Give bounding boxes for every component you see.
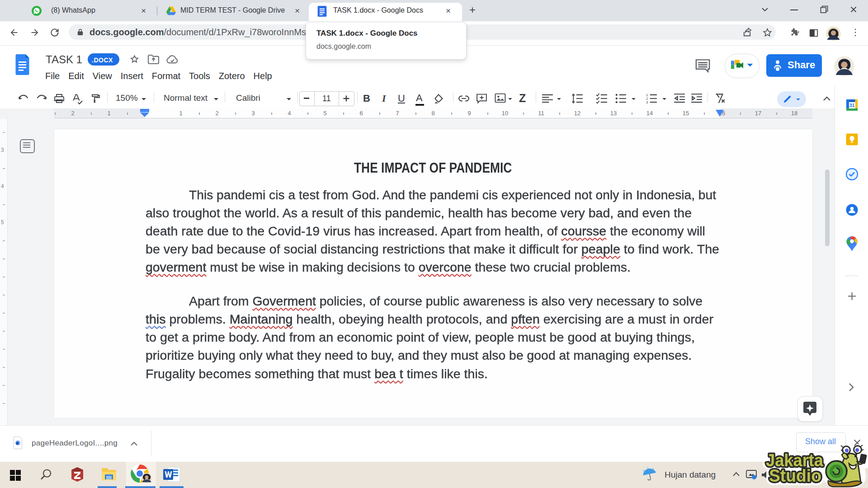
svg-text:3: 3 (646, 100, 648, 104)
svg-text:31: 31 (849, 103, 855, 108)
